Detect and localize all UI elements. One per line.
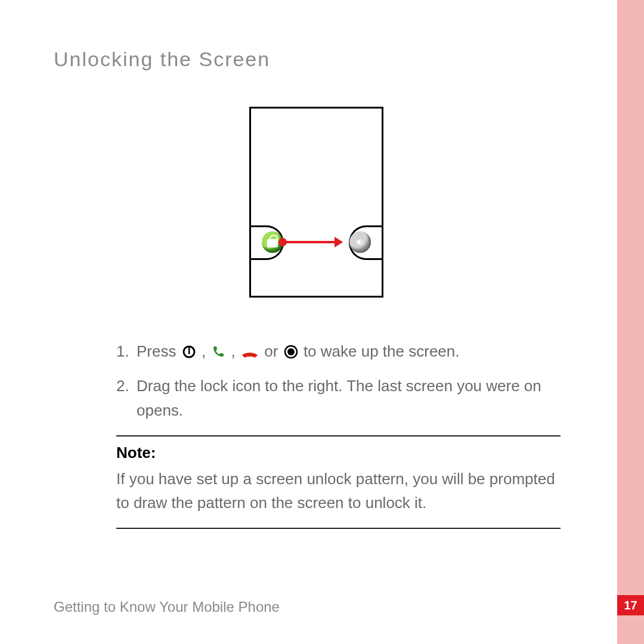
text-fragment: to wake up the screen. — [304, 342, 460, 360]
step-text: Press , , or to wake up the screen. — [137, 339, 561, 366]
svg-rect-1 — [188, 346, 190, 354]
page-number-badge: 17 — [617, 595, 644, 615]
separator: , — [202, 342, 210, 360]
instruction-step: 1. Press , , or to wake up the s — [116, 339, 561, 366]
text-fragment: Press — [137, 342, 181, 360]
divider — [116, 435, 561, 436]
text-fragment: or — [264, 342, 278, 360]
sound-icon — [349, 231, 371, 253]
phone-green-icon — [211, 342, 225, 366]
step-text: Drag the lock icon to the right. The las… — [137, 374, 561, 422]
step-number: 2. — [116, 374, 137, 422]
section-tab-band — [617, 0, 644, 644]
divider — [116, 528, 561, 529]
page-title: Unlocking the Screen — [54, 48, 578, 71]
instruction-list: 1. Press , , or to wake up the s — [116, 339, 561, 422]
step-number: 1. — [116, 339, 137, 366]
instruction-step: 2. Drag the lock icon to the right. The … — [116, 374, 561, 422]
note-heading: Note: — [116, 444, 578, 462]
svg-point-3 — [287, 348, 295, 355]
separator: , — [231, 342, 240, 360]
note-body: If you have set up a screen unlock patte… — [116, 467, 561, 515]
dot-circle-icon — [284, 342, 298, 366]
power-icon — [182, 342, 196, 366]
phone-outline — [249, 107, 383, 298]
drag-arrow-icon — [282, 241, 342, 243]
manual-page: 17 Unlocking the Screen 1. Press , — [0, 0, 644, 644]
phone-red-icon — [241, 342, 259, 366]
section-footer: Getting to Know Your Mobile Phone — [54, 599, 280, 615]
illustration — [54, 107, 578, 298]
